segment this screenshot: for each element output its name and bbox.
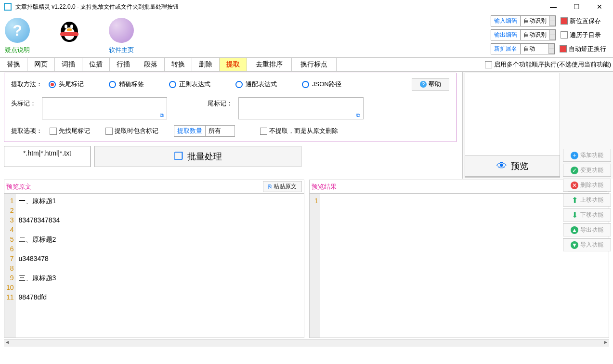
chevron-down-icon bbox=[549, 16, 555, 26]
tab-lineins[interactable]: 行插 bbox=[110, 58, 137, 71]
checkbox-icon bbox=[485, 61, 492, 68]
tab-dedupe[interactable]: 去重排序 bbox=[247, 58, 292, 71]
question-icon: ? bbox=[420, 81, 427, 88]
checkbox-icon bbox=[560, 45, 567, 52]
auto-wrap-check[interactable]: 自动矫正换行 bbox=[560, 45, 606, 53]
recurse-subdir-check[interactable]: 遍历子目录 bbox=[561, 31, 601, 39]
preview-result-title: 预览结果 bbox=[312, 182, 337, 191]
find-end-first-check[interactable]: 先找尾标记 bbox=[50, 127, 90, 135]
extract-count-select[interactable]: 提取数量 所有 bbox=[174, 125, 235, 137]
end-mark-input[interactable]: ⧉ bbox=[238, 97, 364, 119]
delete-func-button[interactable]: ✕删除功能 bbox=[563, 179, 611, 192]
qq-icon bbox=[57, 19, 82, 44]
qq-item[interactable] bbox=[57, 19, 82, 54]
tab-linebreak[interactable]: 换行标点 bbox=[292, 58, 337, 71]
help-label: 疑点说明 bbox=[5, 46, 30, 54]
include-mark-check[interactable]: 提取时包含标记 bbox=[105, 127, 158, 135]
options-label: 提取选项： bbox=[11, 127, 44, 135]
maximize-button[interactable]: ☐ bbox=[570, 3, 583, 11]
title-bar: 文章排版精灵 v1.22.0.0 - 支持拖放文件或文件夹到批量处理按钮 — ☐… bbox=[0, 0, 613, 13]
close-button[interactable]: ✕ bbox=[593, 3, 606, 11]
eye-icon: 👁 bbox=[496, 160, 507, 172]
source-editor[interactable]: 1234567891011 一、原标题1 83478347834 二、原标题2 … bbox=[4, 194, 304, 338]
tab-wordins[interactable]: 词插 bbox=[55, 58, 82, 71]
x-icon: ✕ bbox=[571, 182, 578, 189]
preview-source-title: 预览原文 bbox=[6, 182, 31, 191]
help-item[interactable]: ? 疑点说明 bbox=[5, 18, 30, 54]
new-position-save-check[interactable]: 新位置保存 bbox=[561, 17, 601, 26]
window-title: 文章排版精灵 v1.22.0.0 - 支持拖放文件或文件夹到批量处理按钮 bbox=[15, 3, 547, 11]
multi-exec-check[interactable]: 启用多个功能顺序执行(不选使用当前功能) bbox=[485, 60, 611, 69]
expand-icon: ⧉ bbox=[356, 112, 362, 118]
output-encoding-select[interactable]: 输出编码 自动识别 bbox=[491, 29, 556, 40]
tab-posins[interactable]: 位插 bbox=[82, 58, 110, 71]
method-json[interactable]: JSON路径 bbox=[302, 80, 341, 89]
method-headtail[interactable]: 头尾标记 bbox=[49, 80, 84, 89]
tab-web[interactable]: 网页 bbox=[27, 58, 55, 71]
chevron-down-icon bbox=[548, 44, 554, 54]
chevron-down-icon bbox=[549, 30, 555, 40]
help-button[interactable]: ?帮助 bbox=[412, 78, 449, 91]
start-mark-label: 头标记： bbox=[11, 97, 36, 108]
export-func-button[interactable]: ▲导出功能 bbox=[563, 223, 611, 236]
batch-process-button[interactable]: ❐批量处理 bbox=[94, 146, 301, 167]
import-func-button[interactable]: ▼导入功能 bbox=[563, 238, 611, 251]
change-func-button[interactable]: ✓变更功能 bbox=[563, 164, 611, 177]
method-tag[interactable]: 精确标签 bbox=[109, 80, 144, 89]
arrow-down-icon: ⬇ bbox=[571, 211, 578, 219]
arrow-up-icon: ⬆ bbox=[571, 196, 578, 204]
tab-delete[interactable]: 删除 bbox=[192, 58, 220, 71]
delete-instead-check[interactable]: 不提取，而是从原文删除 bbox=[260, 127, 338, 135]
check-icon: ✓ bbox=[571, 167, 578, 174]
download-icon: ▼ bbox=[571, 241, 578, 249]
checkbox-icon bbox=[561, 31, 568, 39]
horizontal-scrollbar[interactable] bbox=[4, 339, 609, 347]
method-glob[interactable]: 通配表达式 bbox=[235, 80, 277, 89]
up-func-button[interactable]: ⬆上移功能 bbox=[563, 194, 611, 207]
method-regex[interactable]: 正则表达式 bbox=[169, 80, 210, 89]
tab-extract[interactable]: 提取 bbox=[220, 58, 247, 71]
input-encoding-select[interactable]: 输入编码 自动识别 bbox=[491, 15, 556, 26]
down-func-button[interactable]: ⬇下移功能 bbox=[563, 208, 611, 221]
paste-source-button[interactable]: ⎘粘贴原文 bbox=[263, 181, 302, 192]
paste-icon: ⎘ bbox=[268, 183, 272, 190]
tab-para[interactable]: 段落 bbox=[137, 58, 165, 71]
extract-panel: 提取方法： 头尾标记 精确标签 正则表达式 通配表达式 JSON路径 ?帮助 头… bbox=[4, 73, 456, 142]
end-mark-label: 尾标记： bbox=[208, 97, 233, 108]
plus-icon: ＋ bbox=[571, 152, 578, 159]
copy-icon: ❐ bbox=[174, 150, 183, 163]
home-item[interactable]: 软件主页 bbox=[109, 18, 134, 54]
file-filter-input[interactable]: *.htm|*.html|*.txt bbox=[4, 146, 91, 167]
upload-icon: ▲ bbox=[571, 226, 578, 234]
add-func-button[interactable]: ＋添加功能 bbox=[563, 149, 611, 162]
preview-button[interactable]: 👁预览 bbox=[465, 156, 560, 177]
question-icon: ? bbox=[5, 18, 30, 43]
start-mark-input[interactable]: ⧉ bbox=[42, 97, 167, 119]
tab-bar: 替换 网页 词插 位插 行插 段落 转换 删除 提取 去重排序 换行标点 启用多… bbox=[0, 57, 613, 72]
home-label: 软件主页 bbox=[109, 46, 134, 54]
tab-replace[interactable]: 替换 bbox=[0, 58, 27, 71]
tab-convert[interactable]: 转换 bbox=[165, 58, 192, 71]
checkbox-icon bbox=[561, 17, 568, 25]
expand-icon: ⧉ bbox=[160, 112, 166, 118]
app-icon bbox=[4, 3, 12, 11]
globe-icon bbox=[109, 18, 134, 43]
method-label: 提取方法： bbox=[11, 80, 44, 89]
new-ext-select[interactable]: 新扩展名 自动 bbox=[491, 43, 555, 54]
minimize-button[interactable]: — bbox=[547, 3, 560, 11]
